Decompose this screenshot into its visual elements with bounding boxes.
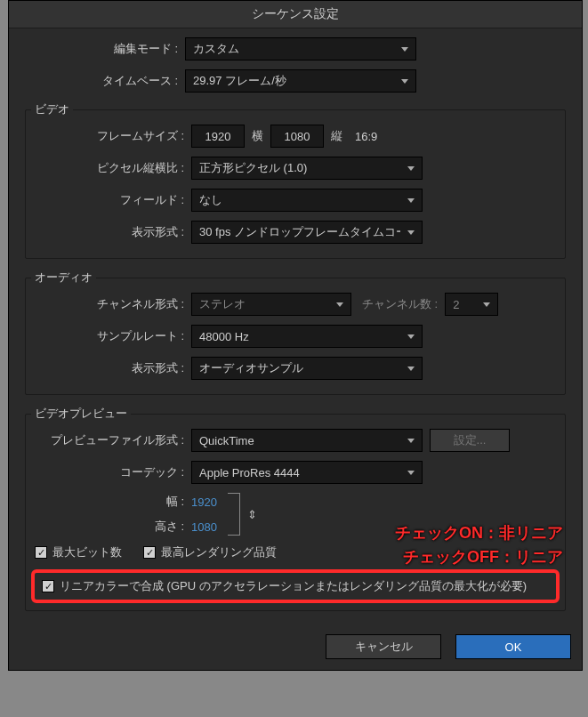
link-icon[interactable]: ⇕ <box>246 507 260 521</box>
sample-rate-label: サンプルレート : <box>31 328 191 344</box>
title-bar: シーケンス設定 <box>9 1 582 28</box>
dialog-title: シーケンス設定 <box>252 6 339 20</box>
chevron-down-icon <box>407 439 415 443</box>
max-bit-depth-label: 最大ビット数 <box>52 544 122 560</box>
check-icon: ✓ <box>35 546 47 559</box>
video-group: ビデオ フレームサイズ : 1920 横 1080 縦 16:9 ピクセル縦横比… <box>25 101 566 259</box>
timebase-label: タイムベース : <box>25 73 185 89</box>
chevron-down-icon <box>407 367 415 371</box>
chevron-down-icon <box>401 79 408 84</box>
preview-legend: ビデオプレビュー <box>31 406 131 422</box>
chevron-down-icon <box>407 198 415 203</box>
fields-label: フィールド : <box>31 192 191 208</box>
video-display-label: 表示形式 : <box>31 224 191 240</box>
video-legend: ビデオ <box>31 101 73 117</box>
frame-height-input[interactable]: 1080 <box>270 125 324 148</box>
par-label: ピクセル縦横比 : <box>31 160 191 176</box>
link-bracket <box>228 493 240 536</box>
editing-mode-label: 編集モード : <box>25 41 185 57</box>
codec-label: コーデック : <box>31 464 191 480</box>
frame-height-unit: 縦 <box>331 128 342 144</box>
par-select[interactable]: 正方形ピクセル (1.0) <box>191 157 423 180</box>
ok-button[interactable]: OK <box>455 634 571 659</box>
ch-format-select: ステレオ <box>191 293 351 316</box>
preview-group: ビデオプレビュー プレビューファイル形式 : QuickTime 設定... コ… <box>25 406 566 611</box>
chevron-down-icon <box>401 47 408 52</box>
editing-mode-select[interactable]: カスタム <box>185 37 416 60</box>
preview-file-format-label: プレビューファイル形式 : <box>31 432 191 448</box>
sample-rate-select[interactable]: 48000 Hz <box>191 325 423 348</box>
chevron-down-icon <box>407 334 415 339</box>
audio-display-label: 表示形式 : <box>31 360 191 376</box>
max-render-quality-label: 最高レンダリング品質 <box>161 544 277 560</box>
ch-count-label: チャンネル数 : <box>362 296 438 312</box>
preview-height-label: 高さ : <box>31 519 191 535</box>
chevron-down-icon <box>483 302 490 307</box>
check-icon: ✓ <box>143 546 156 559</box>
chevron-down-icon <box>407 166 415 171</box>
max-render-quality-checkbox[interactable]: ✓ 最高レンダリング品質 <box>143 544 277 560</box>
check-icon: ✓ <box>42 580 54 592</box>
linear-color-checkbox[interactable]: ✓ リニアカラーで合成 (GPU のアクセラレーションまたはレンダリング品質の最… <box>42 578 527 594</box>
cancel-button[interactable]: キャンセル <box>326 634 441 659</box>
preview-settings-button: 設定... <box>430 429 510 452</box>
chevron-down-icon <box>407 230 415 235</box>
sequence-settings-dialog: シーケンス設定 編集モード : カスタム タイムベース : 29.97 フレーム… <box>8 0 583 671</box>
video-display-select[interactable]: 30 fps ノンドロップフレームタイムコード <box>191 221 423 244</box>
linear-color-label: リニアカラーで合成 (GPU のアクセラレーションまたはレンダリング品質の最大化… <box>60 578 527 594</box>
frame-width-unit: 横 <box>252 128 263 144</box>
frame-size-label: フレームサイズ : <box>31 128 191 144</box>
annotation-highlight: ✓ リニアカラーで合成 (GPU のアクセラレーションまたはレンダリング品質の最… <box>31 569 560 603</box>
chevron-down-icon <box>407 471 415 475</box>
audio-group: オーディオ チャンネル形式 : ステレオ チャンネル数 : 2 サンプルレート <box>25 270 566 395</box>
timebase-select[interactable]: 29.97 フレーム/秒 <box>185 69 416 93</box>
max-bit-depth-checkbox[interactable]: ✓ 最大ビット数 <box>35 544 122 560</box>
frame-width-input[interactable]: 1920 <box>191 125 245 148</box>
preview-file-format-select[interactable]: QuickTime <box>191 429 423 452</box>
codec-select[interactable]: Apple ProRes 4444 <box>191 461 423 484</box>
ch-format-label: チャンネル形式 : <box>31 296 191 312</box>
ch-count-select: 2 <box>445 293 498 316</box>
fields-select[interactable]: なし <box>191 189 423 212</box>
frame-aspect-text: 16:9 <box>355 130 377 143</box>
preview-width-label: 幅 : <box>31 494 191 510</box>
preview-width-input[interactable]: 1920 <box>191 495 217 509</box>
chevron-down-icon <box>336 302 343 307</box>
audio-legend: オーディオ <box>31 270 96 286</box>
dialog-footer: キャンセル OK <box>9 625 582 670</box>
preview-height-input[interactable]: 1080 <box>191 520 217 534</box>
audio-display-select[interactable]: オーディオサンプル <box>191 357 423 380</box>
